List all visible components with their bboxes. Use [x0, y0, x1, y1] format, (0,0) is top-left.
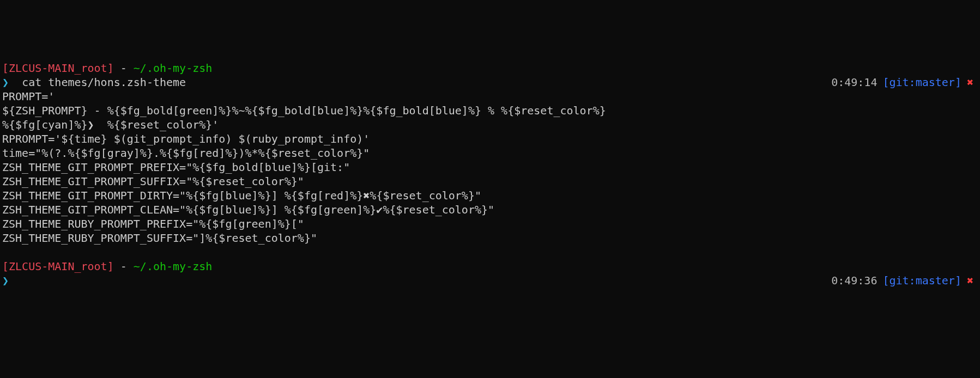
prompt-line-1: [ZLCUS-MAIN_root] - ~/.oh-my-zsh — [2, 61, 978, 75]
command-line-2: ❯0:49:36[git:master]✖ — [2, 273, 978, 288]
file-line: ZSH_THEME_RUBY_PROMPT_PREFIX="%{$fg[gree… — [2, 217, 978, 231]
prompt-path: ~/.oh-my-zsh — [134, 62, 213, 75]
rprompt-git: [git:master] — [882, 75, 961, 89]
file-line: ZSH_THEME_GIT_PROMPT_PREFIX="%{$fg_bold[… — [2, 160, 978, 174]
git-label: git: — [889, 274, 915, 287]
prompt-arrow: ❯ — [2, 76, 9, 89]
file-line: RPROMPT='${time} $(git_prompt_info) $(ru… — [2, 132, 978, 146]
git-dirty-icon: ✖ — [967, 75, 973, 89]
git-branch: master — [916, 76, 955, 89]
file-line: time="%(?.%{$fg[gray]%}.%{$fg[red]%})%*%… — [2, 146, 978, 160]
git-dirty-icon: ✖ — [967, 273, 973, 288]
git-bracket-open: [ — [882, 76, 889, 89]
prompt-host: [ZLCUS-MAIN_root] — [2, 260, 114, 273]
file-line: PROMPT=' — [2, 89, 978, 103]
rprompt-git: [git:master] — [882, 273, 961, 288]
prompt-arrow: ❯ — [2, 274, 9, 287]
git-bracket-close: ] — [955, 274, 961, 287]
prompt-line-2: [ZLCUS-MAIN_root] - ~/.oh-my-zsh — [2, 259, 978, 273]
prompt-host: [ZLCUS-MAIN_root] — [2, 62, 114, 75]
git-branch: master — [916, 274, 955, 287]
file-line: ZSH_THEME_GIT_PROMPT_CLEAN="%{$fg[blue]%… — [2, 203, 978, 217]
file-line: ZSH_THEME_GIT_PROMPT_DIRTY="%{$fg[blue]%… — [2, 188, 978, 203]
rprompt-2: 0:49:36[git:master]✖ — [831, 273, 978, 288]
command-line-1: ❯ cat themes/hons.zsh-theme0:49:14[git:m… — [2, 75, 978, 89]
file-line: ${ZSH_PROMPT} - %{$fg_bold[green]%}%~%{$… — [2, 103, 978, 118]
prompt-sep: - — [114, 62, 134, 75]
file-line: %{$fg[cyan]%}❯ %{$reset_color%}' — [2, 118, 978, 132]
blank-line — [2, 245, 978, 259]
file-line: ZSH_THEME_GIT_PROMPT_SUFFIX="%{$reset_co… — [2, 174, 978, 188]
git-bracket-open: [ — [882, 274, 889, 287]
prompt-path: ~/.oh-my-zsh — [134, 260, 213, 273]
git-bracket-close: ] — [955, 76, 961, 89]
rprompt-time: 0:49:14 — [831, 75, 877, 89]
git-label: git: — [889, 76, 915, 89]
terminal-output[interactable]: [ZLCUS-MAIN_root] - ~/.oh-my-zsh❯ cat th… — [2, 61, 978, 288]
prompt-sep: - — [114, 260, 134, 273]
command-text: cat themes/hons.zsh-theme — [9, 76, 186, 89]
file-line: ZSH_THEME_RUBY_PROMPT_SUFFIX="]%{$reset_… — [2, 231, 978, 245]
rprompt-1: 0:49:14[git:master]✖ — [831, 75, 978, 89]
rprompt-time: 0:49:36 — [831, 273, 877, 288]
